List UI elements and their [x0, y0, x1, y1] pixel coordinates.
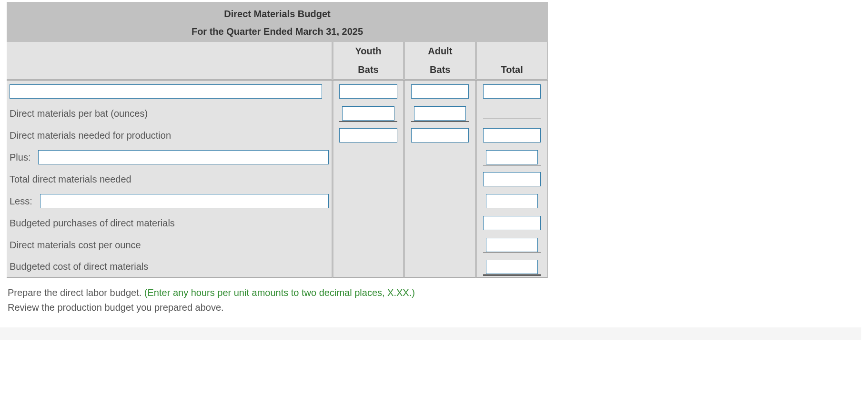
colhead-adult-2: Bats	[404, 61, 476, 81]
row9-label: Budgeted cost of direct materials	[7, 256, 333, 278]
row1-youth-input[interactable]	[339, 84, 397, 99]
colhead-adult-1: Adult	[404, 42, 476, 61]
row7-total-input[interactable]	[483, 216, 541, 230]
colhead-youth-1: Youth	[333, 42, 404, 61]
row8-total-input[interactable]	[486, 238, 538, 252]
colhead-total-2: Total	[476, 61, 548, 81]
row6-prefix: Less:	[10, 196, 32, 207]
row2-label: Direct materials per bat (ounces)	[7, 102, 333, 124]
budget-subtitle: For the Quarter Ended March 31, 2025	[7, 23, 548, 42]
colhead-blank-2	[7, 61, 333, 81]
row3-total-input[interactable]	[483, 128, 541, 142]
row1-total-input[interactable]	[483, 84, 541, 99]
row2-adult-input[interactable]	[414, 106, 466, 121]
budget-title: Direct Materials Budget	[7, 2, 548, 23]
direct-materials-budget-table: Direct Materials Budget For the Quarter …	[7, 2, 548, 278]
instruction-line2: Review the production budget you prepare…	[8, 302, 548, 313]
row5-total-input[interactable]	[483, 172, 541, 186]
row3-youth-input[interactable]	[339, 128, 397, 142]
instructions-block: Prepare the direct labor budget. (Enter …	[7, 287, 548, 313]
row4-prefix: Plus:	[10, 152, 30, 163]
row1-label-input[interactable]	[10, 84, 322, 99]
instruction-line1-text: Prepare the direct labor budget.	[8, 287, 144, 298]
row3-adult-input[interactable]	[411, 128, 469, 142]
footer-bar	[0, 327, 861, 340]
row5-label: Total direct materials needed	[7, 168, 333, 190]
row2-total-rule	[483, 106, 541, 119]
row1-adult-input[interactable]	[411, 84, 469, 99]
colhead-blank	[7, 42, 333, 61]
row6-total-input[interactable]	[486, 194, 538, 208]
row4-total-input[interactable]	[486, 150, 538, 164]
row6-label-input[interactable]	[40, 194, 329, 208]
row8-label: Direct materials cost per ounce	[7, 234, 333, 256]
row7-label: Budgeted purchases of direct materials	[7, 212, 333, 234]
colhead-total-1	[476, 42, 548, 61]
row9-total-input[interactable]	[486, 260, 538, 274]
row4-label-input[interactable]	[38, 150, 328, 164]
instruction-line1-hint: (Enter any hours per unit amounts to two…	[144, 287, 415, 298]
colhead-youth-2: Bats	[333, 61, 404, 81]
row3-label: Direct materials needed for production	[7, 124, 333, 146]
row2-youth-input[interactable]	[342, 106, 394, 121]
